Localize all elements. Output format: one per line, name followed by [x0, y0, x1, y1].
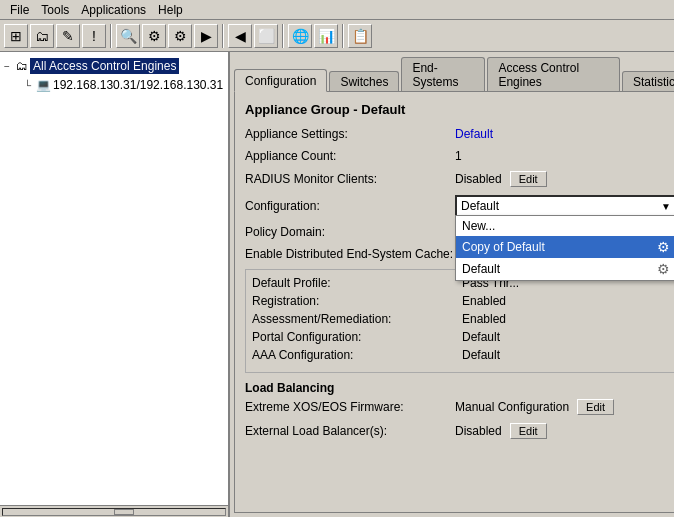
- dropdown-option-new[interactable]: New...: [456, 216, 674, 236]
- dropdown-option-copy-label: Copy of Default: [462, 240, 545, 254]
- dropdown-option-default[interactable]: Default ⚙: [456, 258, 674, 280]
- tab-statistics[interactable]: Statistics: [622, 71, 674, 92]
- form-row-appliance-settings: Appliance Settings: Default: [245, 127, 674, 141]
- edit-extreme-firmware-button[interactable]: Edit: [577, 399, 614, 415]
- value-extreme-firmware: Manual Configuration: [455, 400, 569, 414]
- label-aaa-config: AAA Configuration:: [252, 348, 462, 362]
- tree-child-label[interactable]: 192.168.130.31/192.168.130.31: [53, 78, 223, 92]
- label-registration: Registration:: [252, 294, 462, 308]
- form-row-appliance-count: Appliance Count: 1: [245, 149, 674, 163]
- value-aaa-config: Default: [462, 348, 500, 362]
- toolbar-btn-5[interactable]: 🔍: [116, 24, 140, 48]
- toolbar-separator-2: [222, 24, 224, 48]
- label-configuration: Configuration:: [245, 199, 455, 213]
- tab-configuration[interactable]: Configuration: [234, 69, 327, 92]
- menu-tools[interactable]: Tools: [35, 1, 75, 19]
- toolbar-separator-4: [342, 24, 344, 48]
- label-distributed: Enable Distributed End-System Cache:: [245, 247, 455, 261]
- label-assessment: Assessment/Remediation:: [252, 312, 462, 326]
- tab-switches[interactable]: Switches: [329, 71, 399, 92]
- menu-help[interactable]: Help: [152, 1, 189, 19]
- toolbar-btn-3[interactable]: ✎: [56, 24, 80, 48]
- form-row-external-lb: External Load Balancer(s): Disabled Edit: [245, 423, 674, 439]
- toolbar-separator-1: [110, 24, 112, 48]
- label-radius: RADIUS Monitor Clients:: [245, 172, 455, 186]
- menu-file[interactable]: File: [4, 1, 35, 19]
- toolbar-btn-2[interactable]: 🗂: [30, 24, 54, 48]
- subsection-row-assessment: Assessment/Remediation: Enabled: [252, 312, 670, 326]
- toolbar-btn-11[interactable]: 🌐: [288, 24, 312, 48]
- tree-child-expand-icon: └: [24, 80, 34, 91]
- dropdown-option-default-label: Default: [462, 262, 500, 276]
- toolbar-btn-6[interactable]: ⚙: [142, 24, 166, 48]
- gear-icon-copy: ⚙: [657, 239, 670, 255]
- right-panel: Configuration Switches End-Systems Acces…: [230, 52, 674, 517]
- value-radius: Disabled: [455, 172, 502, 186]
- subsection-row-portal: Portal Configuration: Default: [252, 330, 670, 344]
- label-policy-domain: Policy Domain:: [245, 225, 455, 239]
- gear-icon-default: ⚙: [657, 261, 670, 277]
- tree-root-item[interactable]: − 🗂 All Access Control Engines: [4, 56, 224, 76]
- tree-expand-icon[interactable]: −: [4, 61, 14, 72]
- load-balance-title: Load Balancing: [245, 381, 674, 395]
- toolbar-btn-9[interactable]: ◀: [228, 24, 252, 48]
- value-portal-config: Default: [462, 330, 500, 344]
- label-appliance-count: Appliance Count:: [245, 149, 455, 163]
- tab-end-systems[interactable]: End-Systems: [401, 57, 485, 92]
- edit-external-lb-button[interactable]: Edit: [510, 423, 547, 439]
- left-panel: − 🗂 All Access Control Engines └ 💻 192.1…: [0, 52, 230, 517]
- value-assessment: Enabled: [462, 312, 506, 326]
- form-row-extreme-firmware: Extreme XOS/EOS Firmware: Manual Configu…: [245, 399, 674, 415]
- toolbar-btn-10[interactable]: ⬜: [254, 24, 278, 48]
- toolbar-btn-12[interactable]: 📊: [314, 24, 338, 48]
- scrollbar-thumb[interactable]: [114, 509, 134, 515]
- configuration-dropdown-value: Default: [461, 199, 661, 213]
- menu-applications[interactable]: Applications: [75, 1, 152, 19]
- value-external-lb: Disabled: [455, 424, 502, 438]
- main-layout: − 🗂 All Access Control Engines └ 💻 192.1…: [0, 52, 674, 517]
- left-panel-scrollbar[interactable]: [0, 505, 228, 517]
- form-row-configuration: Configuration: Default ▼ New... Copy of …: [245, 195, 674, 217]
- dropdown-open-list: New... Copy of Default ⚙ Default ⚙: [455, 215, 674, 281]
- subsection-row-registration: Registration: Enabled: [252, 294, 670, 308]
- tree-area: − 🗂 All Access Control Engines └ 💻 192.1…: [0, 52, 228, 505]
- form-row-radius: RADIUS Monitor Clients: Disabled Edit: [245, 171, 674, 187]
- tabs-bar: Configuration Switches End-Systems Acces…: [230, 52, 674, 91]
- label-appliance-settings: Appliance Settings:: [245, 127, 455, 141]
- toolbar-btn-4[interactable]: !: [82, 24, 106, 48]
- toolbar-btn-7[interactable]: ⚙: [168, 24, 192, 48]
- label-extreme-firmware: Extreme XOS/EOS Firmware:: [245, 400, 455, 414]
- label-default-profile: Default Profile:: [252, 276, 462, 290]
- value-appliance-settings[interactable]: Default: [455, 127, 493, 141]
- edit-radius-button[interactable]: Edit: [510, 171, 547, 187]
- tree-root-label[interactable]: All Access Control Engines: [30, 58, 179, 74]
- distributed-subsection: Default Profile: Pass Thr... Registratio…: [245, 269, 674, 373]
- content-area: Appliance Group - Default Appliance Sett…: [234, 91, 674, 513]
- tree-child-item[interactable]: └ 💻 192.168.130.31/192.168.130.31: [24, 76, 224, 94]
- toolbar: ⊞ 🗂 ✎ ! 🔍 ⚙ ⚙ ▶ ◀ ⬜ 🌐 📊 📋: [0, 20, 674, 52]
- label-external-lb: External Load Balancer(s):: [245, 424, 455, 438]
- configuration-dropdown-wrapper: Default ▼ New... Copy of Default ⚙ Defau…: [455, 195, 674, 217]
- toolbar-btn-1[interactable]: ⊞: [4, 24, 28, 48]
- subsection-row-aaa: AAA Configuration: Default: [252, 348, 670, 362]
- toolbar-separator-3: [282, 24, 284, 48]
- configuration-dropdown[interactable]: Default ▼: [455, 195, 674, 217]
- scrollbar-track[interactable]: [2, 508, 226, 516]
- toolbar-btn-13[interactable]: 📋: [348, 24, 372, 48]
- label-portal-config: Portal Configuration:: [252, 330, 462, 344]
- menu-bar: File Tools Applications Help: [0, 0, 674, 20]
- load-balance-section: Load Balancing Extreme XOS/EOS Firmware:…: [245, 381, 674, 439]
- tab-access-control-engines[interactable]: Access Control Engines: [487, 57, 620, 92]
- tree-folder-icon: 🗂: [16, 59, 28, 73]
- tree-child-icon: 💻: [36, 78, 51, 92]
- dropdown-option-copy-of-default[interactable]: Copy of Default ⚙: [456, 236, 674, 258]
- toolbar-btn-8[interactable]: ▶: [194, 24, 218, 48]
- value-registration: Enabled: [462, 294, 506, 308]
- page-title: Appliance Group - Default: [245, 102, 674, 117]
- dropdown-arrow-icon: ▼: [661, 201, 671, 212]
- value-appliance-count: 1: [455, 149, 462, 163]
